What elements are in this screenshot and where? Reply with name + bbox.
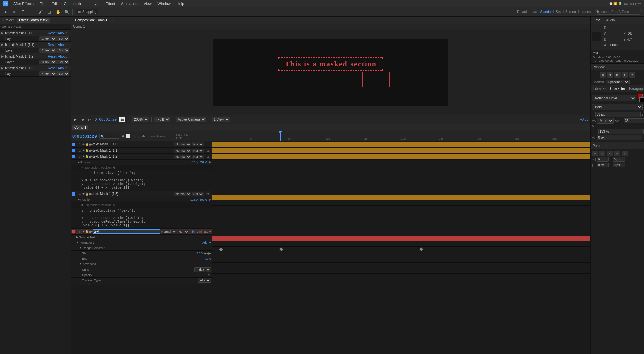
layer-row-1[interactable]: 1 👁 🔒 ◼ ● text: Mask 1 [1.0] Normal None… — [71, 141, 212, 148]
menu-item-help[interactable]: Help — [174, 1, 187, 6]
comp-toolbar-frame-back[interactable]: ⏮ — [80, 117, 85, 122]
comp-toolbar-frame-fwd[interactable]: ⏭ — [87, 117, 93, 122]
prev-btn-skipback[interactable]: ⏮ — [600, 72, 606, 78]
layer-matte-2[interactable]: None — [192, 149, 204, 153]
toolbar-hand[interactable]: ✋ — [54, 8, 62, 16]
layer-matte-4[interactable]: None — [192, 192, 204, 196]
layer-lock-5[interactable]: 🔒 — [85, 230, 89, 233]
menu-item-animation[interactable]: Animation — [118, 1, 140, 6]
font-name-select[interactable]: Kohinoor Deva... — [592, 95, 636, 101]
menu-item-layer[interactable]: Layer — [88, 1, 103, 6]
workspace-libraries[interactable]: Libraries — [578, 10, 591, 14]
layer-lock-4[interactable]: 🔒 — [85, 192, 89, 196]
comp-toolbar-play[interactable]: ▶ — [73, 117, 78, 122]
menu-item-composition[interactable]: Composition — [61, 1, 87, 6]
comp-tab-close[interactable]: × — [111, 18, 113, 22]
ec-about-mask12[interactable]: About... — [58, 55, 69, 58]
ec-reset-mask10[interactable]: Reset — [48, 31, 56, 35]
workspace-default[interactable]: Default — [517, 10, 528, 14]
tl-add-marker[interactable]: ◆ — [122, 134, 124, 138]
tl-btn3[interactable]: ⊞ — [137, 134, 140, 138]
position-link-3[interactable]: ⊕ — [208, 161, 211, 164]
align-left[interactable]: ≡ — [592, 151, 598, 156]
tracking-input[interactable] — [624, 118, 644, 123]
ec-layer-select-mask10[interactable]: 1. text: M — [39, 36, 56, 41]
comp-views-select[interactable]: 1 View — [212, 117, 230, 122]
layer-row-3[interactable]: 3 👁 🔒 ◼ ● text: Mask 1 [1.2] Normal None… — [71, 154, 212, 160]
layer-label-1[interactable]: ◼ — [89, 143, 91, 146]
expand-advanced[interactable]: ▼ — [79, 262, 82, 266]
menu-item-edit[interactable]: Edit — [49, 1, 60, 6]
prev-btn-back[interactable]: ◀ — [607, 72, 613, 78]
layer-matte-3[interactable]: None — [192, 155, 204, 159]
layer-mode-2[interactable]: Normal — [174, 149, 191, 153]
prev-btn-fwd[interactable]: ▶ — [622, 72, 628, 78]
paragraph-header[interactable]: Paragraph — [591, 142, 644, 149]
toolbar-select[interactable]: ▲ — [2, 8, 9, 16]
font-style-select[interactable]: Bold — [592, 104, 643, 110]
tracking-type-select[interactable]: After — [198, 278, 211, 283]
kerning-select[interactable]: Metrics — [597, 118, 614, 124]
tab-effect-controls[interactable]: Effect Controls: text — [17, 18, 50, 23]
align-right[interactable]: ≡ — [607, 151, 613, 156]
ec-about-mask10[interactable]: About... — [58, 31, 69, 35]
menu-item-view[interactable]: View — [141, 1, 154, 6]
tl-btn2[interactable]: ⊕ — [132, 134, 136, 138]
toolbar-brush[interactable]: 🖌 — [37, 8, 44, 16]
indent-left-input[interactable]: 0 px — [597, 157, 609, 162]
layer-lock-3[interactable]: 🔒 — [85, 155, 89, 158]
ec-toggle-mask10[interactable]: ▶ — [1, 31, 4, 35]
toolbar-shape[interactable]: □ — [28, 8, 36, 16]
ec-about-mask11[interactable]: About... — [58, 43, 69, 47]
layer-eye-5[interactable]: 👁 — [82, 230, 85, 233]
layer-label-2[interactable]: ◼ — [89, 149, 91, 152]
layer-eye-3[interactable]: 👁 — [82, 155, 85, 158]
add-btn[interactable]: Add: ● — [202, 241, 211, 244]
comp-snap-btn[interactable]: 📷 — [119, 117, 126, 122]
toolbar-eraser[interactable]: ◻ — [46, 8, 53, 16]
layer-eye-1[interactable]: 👁 — [82, 143, 85, 146]
ec-toggle-mask11[interactable]: ▶ — [1, 43, 4, 46]
comp-quality-select[interactable]: (Full) — [154, 117, 170, 122]
layer-mode-3[interactable]: Normal — [174, 155, 191, 159]
prev-btn-skipfwd[interactable]: ⏭ — [629, 72, 635, 78]
start-diamond[interactable]: ◆ — [204, 252, 206, 255]
expand-position-4[interactable]: ▶ — [78, 198, 80, 201]
comp-tab-main[interactable]: Composition: Comp 1 — [72, 18, 110, 23]
layer-label-5[interactable]: ◼ — [89, 230, 91, 233]
tl-btn1[interactable]: ⬜ — [126, 134, 131, 138]
layer-mode-5[interactable]: Normal — [160, 230, 177, 234]
char-stroke-color[interactable] — [639, 97, 644, 102]
tab-audio[interactable]: Audio — [604, 18, 618, 23]
layer-name-input-5[interactable] — [93, 229, 160, 234]
ec-toggle-mask13[interactable]: ▶ — [1, 66, 4, 70]
layer-label-3[interactable]: ◼ — [89, 155, 91, 158]
toolbar-pen[interactable]: ✏ — [11, 8, 18, 16]
ec-about-mask13[interactable]: About... — [58, 66, 69, 70]
timeline-tab-comp1[interactable]: Comp 1 — [72, 125, 88, 130]
layer-lock-1[interactable]: 🔒 — [85, 143, 89, 146]
units-select[interactable]: Index — [194, 267, 211, 272]
comp-zoom-select[interactable]: 200% — [132, 117, 149, 122]
expand-source-text[interactable]: ▶ — [76, 236, 78, 239]
hscale-input[interactable]: 133 % — [598, 129, 644, 134]
preview-header[interactable]: Preview — [591, 64, 644, 70]
layer-row-2[interactable]: 2 👁 🔒 ◼ ● text: Mask 1 [1.1] Normal None… — [71, 148, 212, 154]
layer-row-5[interactable]: 5 👁 🔒 ◼ ● Normal None fx Animate ● — [71, 229, 212, 235]
ec-reset-mask13[interactable]: Reset — [48, 66, 56, 70]
ec-layer-select-mask13[interactable]: 4. text: M — [39, 71, 56, 76]
start-arrow-r[interactable]: ▶ — [209, 252, 211, 255]
align-center[interactable]: ≡ — [599, 151, 605, 156]
shortcut-select[interactable]: Spacebar — [606, 80, 630, 84]
menu-item-window[interactable]: Window — [155, 1, 173, 6]
color-swatch-main[interactable] — [592, 32, 601, 41]
timeline-tab-close[interactable]: × — [89, 126, 91, 129]
prev-btn-play[interactable]: ▶ — [614, 72, 621, 78]
layer-lock-2[interactable]: 🔒 — [85, 149, 89, 152]
indent-right-input[interactable]: 0 px — [597, 163, 609, 167]
tab-project[interactable]: Project — [1, 18, 16, 23]
expr-settings-3[interactable]: ⚙ — [113, 166, 116, 169]
ec-source-select-mask10[interactable]: Source — [56, 36, 69, 41]
comp-camera-select[interactable]: Active Camera — [176, 117, 206, 122]
layer-mode-1[interactable]: Normal — [174, 142, 191, 146]
